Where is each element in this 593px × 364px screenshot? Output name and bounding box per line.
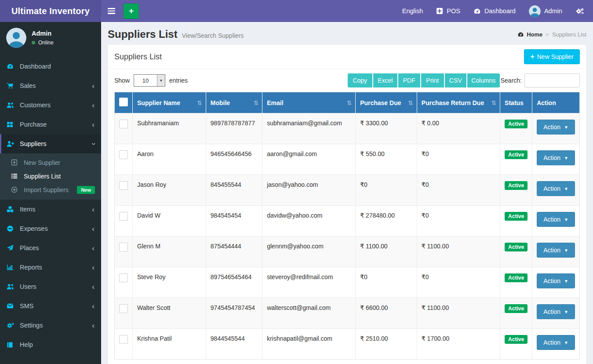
select-all-header[interactable]	[115, 92, 133, 113]
action-button[interactable]: Action▼	[537, 181, 575, 196]
csv-button[interactable]: CSV	[445, 73, 466, 87]
row-checkbox[interactable]	[119, 181, 128, 190]
plus-square-icon	[436, 7, 443, 15]
sidebar-user-panel: Admin Online	[0, 22, 101, 52]
action-button[interactable]: Action▼	[537, 335, 575, 350]
dashboard-icon	[7, 63, 20, 70]
mobile-cell: 897546545464	[206, 267, 262, 298]
row-checkbox[interactable]	[119, 120, 128, 128]
cogs-icon	[575, 7, 584, 15]
action-button[interactable]: Action▼	[537, 243, 575, 258]
sidebar-item-new-supplier[interactable]: New Supplier	[0, 156, 101, 169]
header-email[interactable]: Email⇅	[262, 92, 356, 113]
action-button[interactable]: Action▼	[537, 120, 575, 135]
sidebar-item-places[interactable]: Places ‹	[0, 238, 101, 258]
supplier-name-cell: Steve Roy	[133, 267, 206, 298]
purchase-due-cell: ₹ 1100.00	[356, 237, 417, 267]
row-select-cell	[115, 329, 133, 360]
sidebar-item-suppliers[interactable]: Suppliers ‹	[0, 134, 101, 153]
users-icon	[7, 283, 20, 290]
chevron-left-icon: ‹	[92, 206, 95, 213]
sort-icon: ⇅	[346, 99, 352, 106]
row-checkbox[interactable]	[119, 335, 128, 344]
sidebar-item-sms[interactable]: SMS ‹	[0, 296, 101, 316]
excel-button[interactable]: Excel	[373, 73, 397, 87]
supplier-name-cell: Krishna Patil	[133, 329, 206, 360]
language-menu[interactable]: English	[402, 7, 423, 15]
suppliers-table-wrap: Supplier Name⇅ Mobile⇅ Email⇅ Purchase D…	[108, 92, 586, 360]
export-buttons: Copy Excel PDF Print CSV Columns	[348, 73, 500, 87]
envelope-icon	[7, 302, 20, 309]
pdf-button[interactable]: PDF	[398, 73, 420, 87]
pos-link[interactable]: POS	[436, 7, 460, 15]
header-purchase-due[interactable]: Purchase Due⇅	[356, 92, 417, 113]
action-button[interactable]: Action▼	[537, 150, 575, 165]
search-input[interactable]	[524, 73, 580, 87]
row-checkbox[interactable]	[119, 304, 128, 313]
dashboard-link[interactable]: Dashboard	[473, 7, 516, 15]
columns-button[interactable]: Columns	[467, 73, 500, 87]
purchase-return-due-cell: ₹0	[417, 175, 500, 206]
sidebar-item-help[interactable]: Help	[0, 335, 101, 354]
sidebar-item-users[interactable]: Users ‹	[0, 277, 101, 296]
supplier-name-cell: Glenn M	[133, 237, 206, 267]
row-checkbox[interactable]	[119, 273, 128, 282]
purchase-due-cell: ₹ 6600.00	[356, 298, 417, 329]
show-entries-select[interactable]: 10 ▼	[134, 74, 165, 87]
new-supplier-button[interactable]: + New Supplier	[524, 49, 580, 64]
sidebar-item-suppliers-list[interactable]: Suppliers List	[0, 169, 101, 183]
purchase-due-cell: ₹ 3300.00	[356, 113, 417, 144]
sidebar-toggle-button[interactable]	[101, 0, 121, 22]
mobile-cell: 9897878787877	[206, 113, 262, 144]
purchase-return-due-cell: ₹0	[417, 267, 500, 298]
show-entries-control: Show 10 ▼ entries	[114, 74, 188, 87]
sidebar-user-name: Admin	[32, 30, 54, 37]
chevron-left-icon: ‹	[92, 225, 95, 233]
supplier-name-cell: Subhramaniam	[133, 113, 206, 144]
supplier-name-cell: Walter Scott	[133, 298, 206, 329]
sort-icon: ⇅	[408, 99, 413, 106]
sidebar-item-items[interactable]: Items ‹	[0, 200, 101, 219]
cubes-icon	[7, 206, 20, 213]
breadcrumb-home-link[interactable]: Home	[517, 31, 542, 38]
sidebar-item-dashboard[interactable]: Dashboard	[0, 57, 101, 76]
caret-down-icon: ▼	[564, 125, 568, 130]
action-button[interactable]: Action▼	[537, 212, 575, 227]
header-supplier-name[interactable]: Supplier Name⇅	[133, 92, 206, 113]
action-cell: Action▼	[532, 329, 580, 360]
user-menu[interactable]: Admin	[529, 5, 562, 17]
action-button[interactable]: Action▼	[537, 304, 575, 319]
breadcrumb-current: Suppliers List	[552, 31, 586, 38]
mobile-cell: 845455544	[206, 175, 262, 206]
status-badge: Active	[505, 181, 528, 190]
print-button[interactable]: Print	[421, 73, 444, 87]
header-mobile[interactable]: Mobile⇅	[206, 92, 262, 113]
sidebar-item-settings[interactable]: Settings ‹	[0, 316, 101, 335]
row-select-cell	[115, 267, 133, 298]
page-title: Suppliers List	[108, 28, 178, 40]
table-row: Glenn M 875454444 glennm@yahoo.com ₹ 110…	[115, 237, 580, 267]
sidebar-item-purchase[interactable]: Purchase ‹	[0, 115, 101, 134]
quick-add-button[interactable]: +	[124, 4, 139, 19]
sidebar-item-customers[interactable]: Customers ‹	[0, 95, 101, 115]
row-checkbox[interactable]	[119, 150, 128, 159]
copy-button[interactable]: Copy	[348, 73, 372, 87]
sidebar-item-import-suppliers[interactable]: Import Suppliers New	[0, 183, 101, 197]
table-row: Jason Roy 845455544 jason@yahoo.com ₹0 ₹…	[115, 175, 580, 206]
select-all-checkbox[interactable]	[119, 98, 128, 106]
sidebar-item-expenses[interactable]: Expenses ‹	[0, 219, 101, 238]
suppliers-card: Suppliers List + New Supplier Show 10 ▼ …	[108, 45, 586, 364]
action-button[interactable]: Action▼	[537, 273, 575, 288]
purchase-due-cell: ₹0	[356, 267, 417, 298]
header-purchase-return-due[interactable]: Purchase Return Due⇅	[417, 92, 500, 113]
chevron-left-icon: ‹	[92, 121, 95, 128]
sidebar-item-reports[interactable]: Reports ‹	[0, 258, 101, 277]
sidebar-item-sales[interactable]: Sales ‹	[0, 76, 101, 95]
purchase-due-cell: ₹ 550.00	[356, 144, 417, 175]
status-cell: Active	[500, 237, 532, 267]
brand-logo[interactable]: Ultimate Inventory	[0, 0, 101, 22]
settings-menu[interactable]	[575, 7, 584, 15]
row-checkbox[interactable]	[119, 243, 128, 251]
row-checkbox[interactable]	[119, 212, 128, 221]
status-cell: Active	[500, 175, 532, 206]
